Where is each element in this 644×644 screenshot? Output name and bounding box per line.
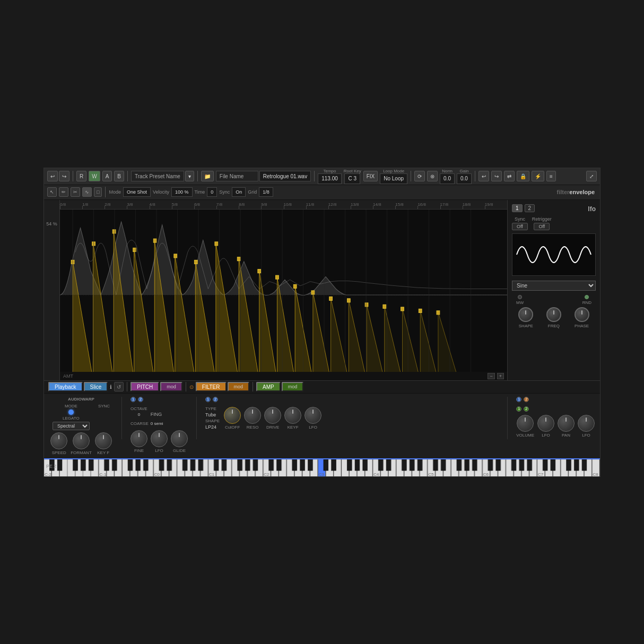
formant-knob[interactable]	[73, 432, 90, 449]
expand-button[interactable]: ⤢	[586, 171, 597, 181]
cutoff-knob[interactable]	[224, 407, 241, 424]
amt-bottom-label: AMT	[63, 373, 73, 379]
slice-tab[interactable]: Slice	[84, 382, 108, 391]
divider-1	[73, 171, 73, 181]
lightning-button[interactable]: ⚡	[532, 171, 544, 181]
envelope-tool[interactable]: ∿	[82, 187, 92, 197]
scissors-tool[interactable]: ✂	[71, 187, 80, 197]
lfo-knobs: SHAPE FREQ PHASE	[512, 307, 596, 328]
time-value[interactable]: 0	[207, 187, 217, 197]
filter-tab[interactable]: FILTER	[196, 382, 227, 391]
keyboard-canvas[interactable]	[44, 459, 600, 476]
formant-label: FORMANT	[71, 450, 92, 455]
ruler-mark-15: 15/8	[395, 202, 404, 207]
octave-value[interactable]: 0	[138, 412, 140, 417]
preset-name-label: Track Preset Name	[131, 171, 184, 181]
shape-knob[interactable]	[518, 307, 533, 322]
waveform-dropdown[interactable]: Sine Triangle Square Sawtooth	[512, 281, 596, 291]
shape-knob-group: SHAPE	[518, 307, 533, 328]
freq-knob[interactable]	[546, 307, 561, 322]
type-value[interactable]: Tube	[205, 412, 220, 417]
pencil-tool[interactable]: ✏	[59, 187, 68, 197]
pitch-mod-tab[interactable]: mod	[160, 382, 182, 391]
grid-value[interactable]: 1/8	[259, 187, 273, 197]
norm-value[interactable]: 0.0	[440, 173, 455, 184]
secondary-toolbar: ↖ ✏ ✂ ∿ □ Mode One Shot Velocity 100 % T…	[44, 185, 600, 200]
ruler-mark-6: 6/8	[194, 202, 200, 207]
section-tabs: Playback Slice ℹ ↺ PITCH mod ⊙ FILTER mo…	[44, 381, 600, 394]
lfo-amp-knob[interactable]	[537, 415, 554, 432]
coarse-value[interactable]: 0 semi	[151, 421, 163, 426]
undo2-button[interactable]: ↩	[478, 171, 489, 181]
freq-knob-label: FREQ	[548, 324, 560, 328]
file-folder-button[interactable]: 📁	[201, 171, 214, 181]
plus-btn[interactable]: +	[497, 373, 504, 379]
ruler-mark-5: 5/8	[172, 202, 178, 207]
redo-button[interactable]: ↪	[59, 171, 69, 181]
svg-rect-26	[174, 254, 177, 257]
sync-group: Sync Off	[512, 216, 528, 230]
square-tool[interactable]: □	[94, 187, 102, 197]
info-icon[interactable]: ℹ	[110, 384, 112, 390]
keyf-knob[interactable]	[95, 432, 112, 449]
lfo-tab-2[interactable]: 2	[525, 204, 535, 212]
warp-button[interactable]: ⊛	[427, 171, 438, 181]
lfo-pitch-label: LFO	[155, 448, 163, 453]
amp-dot-4: 2	[524, 406, 529, 412]
undo-redo-group: ↩ ↪	[47, 171, 69, 181]
lfo-amp2-knob[interactable]	[578, 415, 595, 432]
gain-value[interactable]: 0.0	[457, 173, 472, 184]
lfo-pitch-knob[interactable]	[151, 430, 168, 447]
drive-knob[interactable]	[264, 407, 281, 424]
cursor-tool[interactable]: ↖	[47, 187, 57, 197]
reset-button[interactable]: ↺	[114, 382, 124, 391]
sync-value2[interactable]: On	[232, 187, 246, 197]
speed-knob[interactable]	[50, 432, 67, 449]
undo-button[interactable]: ↩	[47, 171, 58, 181]
lfo-tab-1[interactable]: 1	[512, 204, 523, 212]
ruler-tick-11	[306, 206, 307, 209]
bottom-area: Playback Slice ℹ ↺ PITCH mod ⊙ FILTER mo…	[44, 380, 600, 458]
velocity-value[interactable]: 100 %	[171, 187, 193, 197]
pitch-tab[interactable]: PITCH	[130, 382, 159, 391]
loop-mode-value[interactable]: No Loop	[380, 173, 407, 184]
b-button[interactable]: B	[114, 171, 124, 181]
minus-btn[interactable]: −	[488, 373, 494, 379]
lfo-filter-knob[interactable]	[304, 407, 321, 424]
fine-knob[interactable]	[130, 430, 147, 447]
ruler-tick-18	[463, 206, 463, 209]
waveform-canvas[interactable]	[60, 210, 507, 380]
a-button[interactable]: A	[102, 171, 112, 181]
ruler-tick-7	[216, 206, 217, 209]
lines-button[interactable]: ≡	[546, 171, 556, 181]
playback-tab[interactable]: Playback	[48, 382, 83, 391]
mode-value[interactable]: One Shot	[123, 187, 151, 197]
loop-icon-button[interactable]: ⟳	[414, 171, 425, 181]
amp-mod-tab[interactable]: mod	[282, 382, 304, 391]
tempo-value[interactable]: 113.00	[318, 173, 342, 184]
r-button[interactable]: R	[76, 171, 86, 181]
glide-knob[interactable]	[171, 430, 188, 447]
sync-label2: Sync	[219, 189, 230, 195]
section-divider-1	[127, 382, 127, 391]
w-button[interactable]: W	[89, 171, 100, 181]
sync-button[interactable]: Off	[512, 223, 528, 230]
retrig-button[interactable]: Off	[534, 223, 550, 230]
root-key-value[interactable]: C 3	[344, 173, 360, 184]
volume-knob[interactable]	[517, 415, 534, 432]
redo2-button[interactable]: ↪	[491, 171, 502, 181]
mode-dropdown[interactable]: Spectral	[53, 422, 90, 430]
fix-button[interactable]: FIX	[363, 171, 378, 181]
pan-knob[interactable]	[558, 415, 575, 432]
shape-value[interactable]: LP24	[205, 424, 220, 430]
amp-tab[interactable]: AMP	[256, 382, 281, 391]
flip-button[interactable]: ⇄	[504, 171, 515, 181]
phase-knob[interactable]	[575, 307, 589, 322]
ruler-tick-5	[172, 206, 172, 209]
preset-arrow-button[interactable]: ▾	[185, 171, 194, 181]
reso-knob[interactable]	[244, 407, 261, 424]
filter-mod-tab[interactable]: mod	[228, 382, 250, 391]
waveform-container[interactable]: 0/81/82/83/84/85/86/87/88/89/810/811/812…	[60, 200, 507, 380]
keyf-filter-knob[interactable]	[284, 407, 301, 424]
lock-button[interactable]: 🔒	[517, 171, 529, 181]
